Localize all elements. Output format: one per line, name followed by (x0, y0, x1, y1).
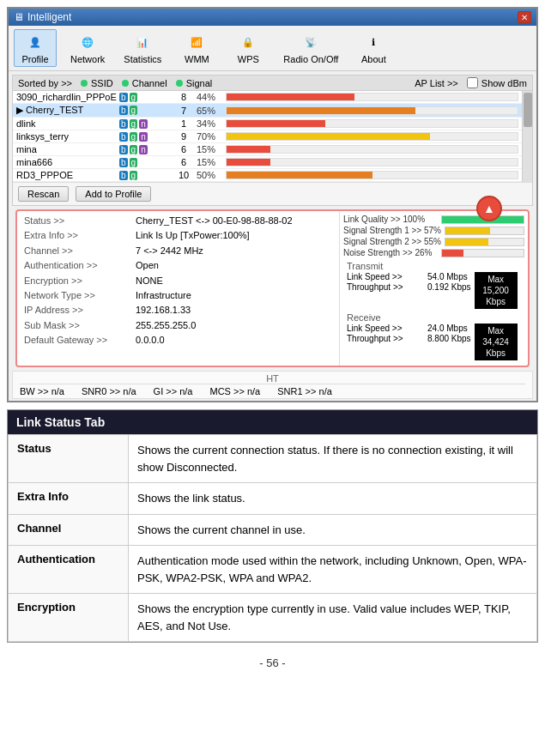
ht-snr1: SNR1 >> n/a (277, 386, 332, 396)
doc-term: Extra Info (9, 483, 129, 515)
signal1-bar-wrap (445, 227, 524, 235)
doc-term: Channel (9, 514, 129, 546)
ap-signal-bar-wrap (226, 119, 518, 128)
ap-row[interactable]: mina b g n 6 15% (13, 143, 522, 156)
doc-term: Status (9, 435, 129, 483)
ap-list-container: 3090_richardlin_PPPoE b g 8 44% ▶ Cherry… (13, 91, 532, 182)
ap-row[interactable]: linksys_terry b g n 9 70% (13, 130, 522, 143)
app-window: 🖥 Intelligent ✕ 👤 Profile 🌐 Network 📊 St… (7, 7, 538, 402)
ap-security-icons: b g n (119, 132, 171, 142)
link-status-row: Status >> Cherry_TEST <-> 00-E0-98-88-88… (24, 215, 332, 227)
ap-signal-bar-wrap (226, 132, 518, 141)
toolbar-about-label: About (361, 54, 386, 64)
toolbar-network[interactable]: 🌐 Network (65, 30, 110, 66)
toolbar-wmm[interactable]: 📶 WMM (175, 30, 218, 66)
ap-signal: 15% (197, 157, 518, 167)
rescan-button[interactable]: Rescan (18, 186, 69, 202)
gw-label: Default Gateway >> (24, 334, 136, 347)
ap-security-icons: b g n (119, 119, 171, 129)
network-icon: 🌐 (76, 32, 100, 52)
enc-value: NONE (136, 275, 163, 287)
ap-row[interactable]: ▶ Cherry_TEST b g 7 65% (13, 104, 522, 118)
nettype-value: Infrastructure (136, 289, 191, 302)
receive-speed-row: Link Speed >> 24.0 Mbps (347, 324, 471, 333)
ap-row[interactable]: mina666 b g 6 15% (13, 156, 522, 169)
doc-section: Link Status Tab Status Shows the current… (7, 409, 538, 643)
ap-ssid: RD3_PPPOE (16, 170, 119, 180)
ap-signal-pct: 44% (197, 92, 222, 102)
toolbar: 👤 Profile 🌐 Network 📊 Statistics 📶 WMM 🔒… (9, 26, 536, 71)
noise-bar-wrap (441, 249, 524, 257)
toolbar-about[interactable]: ℹ About (352, 30, 395, 66)
ap-signal-pct: 50% (197, 170, 222, 180)
toolbar-wps[interactable]: 🔒 WPS (227, 30, 269, 66)
noise-label: Noise Strength >> 26% (343, 248, 438, 257)
up-arrow-button[interactable]: ▲ (476, 196, 502, 221)
app-title: Intelligent (27, 11, 71, 23)
channel-info-value: 7 <-> 2442 MHz (136, 245, 203, 257)
doc-header: Link Status Tab (8, 410, 537, 434)
ht-gi: GI >> n/a (154, 386, 193, 396)
toolbar-statistics[interactable]: 📊 Statistics (118, 30, 167, 66)
receive-throughput-value: 8.800 Kbps (427, 334, 471, 343)
ap-row[interactable]: 3090_richardlin_PPPoE b g 8 44% (13, 91, 522, 104)
ap-ssid: mina (16, 144, 119, 154)
ssid-col-header: SSID (81, 78, 113, 88)
ap-security-icons: b g n (119, 145, 171, 154)
doc-term: Authentication (9, 546, 129, 594)
close-button[interactable]: ✕ (518, 11, 531, 23)
link-panel: Status >> Cherry_TEST <-> 00-E0-98-88-88… (15, 209, 530, 367)
ht-mcs-value: n/a (247, 386, 260, 396)
receive-kbps-box: Max 34,424 Kbps (475, 324, 518, 360)
transmit-content: Link Speed >> 54.0 Mbps Throughput >> 0.… (347, 272, 521, 309)
scroll-thumb (524, 93, 532, 127)
title-bar-left: 🖥 Intelligent (14, 11, 71, 23)
ip-label: IP Address >> (24, 304, 136, 317)
toolbar-profile[interactable]: 👤 Profile (14, 29, 57, 67)
ap-signal-bar (227, 107, 415, 114)
receive-throughput-row: Throughput >> 8.800 Kbps (347, 334, 471, 343)
link-nettype-row: Network Type >> Infrastructure (24, 289, 332, 302)
ap-signal-pct: 65% (197, 106, 222, 116)
toolbar-wmm-label: WMM (185, 54, 209, 64)
ap-ssid: mina666 (16, 157, 119, 167)
ht-snr1-value: n/a (319, 386, 332, 396)
transmit-title: Transmit (347, 261, 521, 271)
transmit-throughput-label: Throughput >> (347, 282, 424, 292)
status-value: Cherry_TEST <-> 00-E0-98-88-88-02 (136, 215, 293, 227)
doc-def: Shows the current channel in use. (129, 514, 537, 546)
status-label: Status >> (24, 215, 136, 227)
gw-value: 0.0.0.0 (136, 334, 165, 347)
add-to-profile-button[interactable]: Add to Profile (76, 186, 151, 202)
link-quality-label: Link Quality >> 100% (343, 215, 438, 224)
ap-row[interactable]: RD3_PPPOE b g 10 50% (13, 169, 522, 182)
show-dbm-checkbox[interactable] (467, 77, 478, 88)
ap-scrollbar[interactable] (522, 91, 532, 182)
toolbar-radio[interactable]: 📡 Radio On/Off (278, 30, 343, 66)
ap-signal: 50% (197, 170, 518, 180)
link-enc-row: Encryption >> NONE (24, 275, 332, 287)
ap-list-body: 3090_richardlin_PPPoE b g 8 44% ▶ Cherry… (13, 91, 522, 182)
ap-signal-pct: 15% (197, 157, 222, 167)
ap-channel: 1 (171, 118, 197, 129)
ap-row[interactable]: dlink b g n 1 34% (13, 118, 522, 130)
ap-signal-bar (227, 172, 372, 178)
nettype-label: Network Type >> (24, 289, 136, 302)
transmit-max-label: Max (478, 274, 514, 285)
ap-signal-bar-wrap (226, 93, 518, 101)
ht-title: HT (20, 373, 525, 384)
receive-details: Link Speed >> 24.0 Mbps Throughput >> 8.… (347, 324, 471, 344)
link-ip-row: IP Address >> 192.168.1.33 (24, 304, 332, 317)
receive-throughput-label: Throughput >> (347, 334, 424, 343)
statistics-icon: 📊 (130, 32, 154, 52)
ap-signal-bar (227, 146, 270, 153)
ap-ssid: dlink (16, 118, 119, 129)
signal1-bar (445, 227, 490, 234)
ap-signal: 15% (197, 144, 518, 154)
ap-header: Sorted by >> SSID Channel Signal AP List… (13, 76, 532, 91)
page-number: - 56 - (0, 650, 545, 676)
transmit-speed-label: Link Speed >> (347, 272, 424, 281)
ap-signal-bar-wrap (226, 171, 518, 179)
ap-signal: 65% (197, 106, 518, 116)
link-left: Status >> Cherry_TEST <-> 00-E0-98-88-88… (17, 211, 339, 366)
